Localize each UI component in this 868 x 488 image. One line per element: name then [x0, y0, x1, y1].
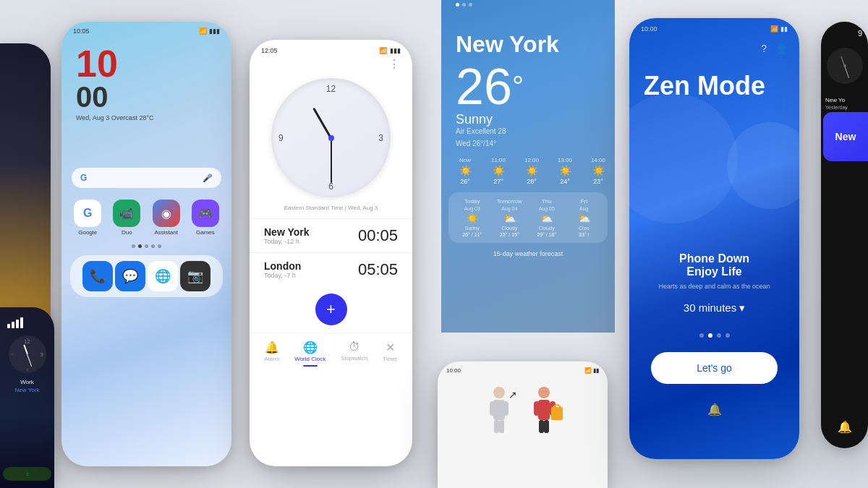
pbc-status-bar: 10:00 📶 ▮▮ — [438, 361, 608, 377]
clock-status-time: 12:05 — [261, 47, 278, 54]
app-google[interactable]: G Google — [70, 200, 105, 236]
zen-dot-3 — [717, 333, 721, 338]
clock-menu-dots[interactable]: ⋮ — [250, 57, 412, 71]
figure-right — [528, 384, 564, 442]
dock-camera[interactable]: 📷 — [180, 261, 210, 291]
hourly-13: 13:00 ☀️ 24° — [552, 157, 578, 185]
app-assistant-label: Assistant — [154, 229, 177, 236]
home-app-grid: G Google 📹 Duo ◉ Assistant 🎮 Ga — [61, 195, 231, 240]
nav-alarm[interactable]: 🔔 Alarm — [264, 341, 279, 367]
w-temp-2: 29° / 18° — [537, 232, 556, 237]
home-status-icons: 📶 ▮▮▮ — [199, 27, 220, 35]
zen-ocean-area — [629, 108, 799, 194]
zen-lets-go-button[interactable]: Let's go — [651, 352, 778, 384]
svg-rect-9 — [534, 401, 540, 416]
london-name: London — [264, 260, 301, 272]
nav-timer[interactable]: ✕ Timer — [383, 341, 397, 367]
w-cond-3: Clou — [579, 226, 589, 231]
newyork-time: 00:05 — [358, 226, 398, 245]
weekly-thu: Thu Aug 05 ⛅ Cloudy 29° / 18° — [530, 198, 563, 237]
hourly-icon-3: ☀️ — [559, 165, 571, 176]
hourly-12: 12:00 ☀️ 28° — [519, 157, 545, 185]
dock-phone[interactable]: 📞 — [82, 261, 113, 291]
app-games[interactable]: 🎮 Games — [188, 200, 223, 236]
hourly-time-0: Now — [459, 157, 471, 163]
rp-city1-when: Yesterday — [821, 105, 868, 110]
w-icon-3: ⛅ — [578, 213, 590, 224]
home-status-bar: 10:05 📶 ▮▮▮ — [61, 22, 231, 38]
phone-right-partial: 9 New Yo Yesterday London Today 🔔 — [821, 22, 868, 448]
svg-rect-2 — [490, 401, 495, 416]
w-date-2: Aug 05 — [539, 206, 555, 211]
weekly-fri: Fri Aug ⛅ Clou 33° / — [568, 198, 601, 237]
london-time: 05:05 — [358, 260, 398, 279]
google-logo: G — [80, 173, 87, 183]
weather-city-name: New York — [441, 9, 615, 58]
zen-alarm-icon: 🔔 — [707, 403, 722, 416]
svg-rect-3 — [503, 401, 509, 416]
world-clock-label: World Clock — [294, 356, 326, 362]
clock-center-dot — [328, 135, 334, 141]
phone-zen-mode: 10:00 📶 ▮▮ ? 👤 Zen Mode Phone DownEnjoy … — [629, 18, 799, 459]
home-status-time: 10:05 — [73, 27, 90, 35]
weather-page-dots — [441, 0, 615, 9]
pbc-main-content: ↗ — [438, 377, 608, 449]
dot-1 — [132, 244, 135, 248]
three-dots-icon: ⋮ — [388, 58, 401, 70]
app-google-label: Google — [78, 229, 97, 236]
nav-stopwatch[interactable]: ⏱ Stopwatch — [341, 341, 367, 367]
dot-3 — [145, 244, 148, 248]
clock-3: 3 — [378, 133, 383, 143]
dock-messages[interactable]: 💬 — [115, 261, 145, 291]
zen-dot-1 — [699, 333, 704, 338]
newyork-diff: Today, -12 h — [264, 238, 310, 245]
home-search-bar[interactable]: G 🎤 — [72, 168, 221, 188]
w-day-0: Today — [464, 198, 480, 205]
zen-timer-value: 30 minutes — [684, 301, 736, 314]
rp-alarm-icon: 🔔 — [838, 420, 852, 434]
zen-timer-display[interactable]: 30 minutes ▾ — [629, 290, 799, 326]
zen-dot-4 — [726, 333, 730, 338]
zen-page-dots — [629, 326, 799, 345]
assistant-icon: ◉ — [153, 200, 180, 227]
messages-icon: 💬 — [115, 261, 145, 291]
temp-unit: ° — [512, 61, 524, 100]
phone-icon: 📞 — [82, 261, 113, 291]
home-dock: 📞 💬 🌐 📷 — [70, 255, 223, 297]
w-date-0: Aug 03 — [464, 206, 480, 211]
figure-left: ↗ — [481, 384, 517, 442]
nav-world-clock[interactable]: 🌐 World Clock — [294, 341, 326, 367]
stopwatch-label: Stopwatch — [341, 355, 367, 361]
condition-main: Sunny — [456, 112, 506, 127]
zen-status-icons: 📶 ▮▮ — [770, 25, 788, 33]
hourly-time-2: 12:00 — [524, 157, 539, 163]
svg-rect-4 — [494, 420, 499, 433]
forecast-15-day-button[interactable]: 15-day weather forecast — [441, 243, 615, 265]
rp-large-number: 9 — [821, 22, 868, 40]
clock-6: 6 — [328, 181, 333, 192]
weather-date: Wed 26°/14° — [441, 137, 615, 150]
zen-dot-2 — [708, 333, 712, 338]
clock-fab-icon: + — [326, 300, 336, 319]
nav-active-indicator — [303, 365, 318, 367]
zen-description: Hearts as deep and calm as the ocean — [629, 283, 799, 290]
w-day-3: Fri — [581, 198, 587, 205]
clock-add-button[interactable]: + — [315, 294, 347, 325]
svg-point-0 — [493, 387, 505, 398]
clock-status-icons: 📶 ▮▮▮ — [379, 47, 401, 54]
google-icon: G — [74, 200, 101, 227]
weekly-forecast-grid: Today Aug 03 ☀️ Sunny 26° / 11° Tomorrow… — [448, 192, 608, 243]
condition-sub: Air Excellent 28 — [456, 127, 506, 135]
app-duo[interactable]: 📹 Duo — [109, 200, 144, 236]
small-clock-face: 12 3 — [9, 335, 46, 373]
hourly-icon-2: ☀️ — [526, 165, 538, 176]
small-city-label: Work — [4, 376, 50, 385]
weather-condition-row: Sunny Air Excellent 28 — [441, 112, 615, 137]
hourly-temp-0: 26° — [460, 178, 470, 185]
app-assistant[interactable]: ◉ Assistant — [149, 200, 184, 236]
w-temp-1: 25° / 15° — [500, 232, 519, 237]
dock-chrome[interactable]: 🌐 — [148, 261, 178, 291]
forecast-btn-label: 15-day weather forecast — [493, 250, 563, 257]
w-temp-3: 33° / — [579, 232, 589, 237]
new-badge: New — [823, 112, 868, 161]
